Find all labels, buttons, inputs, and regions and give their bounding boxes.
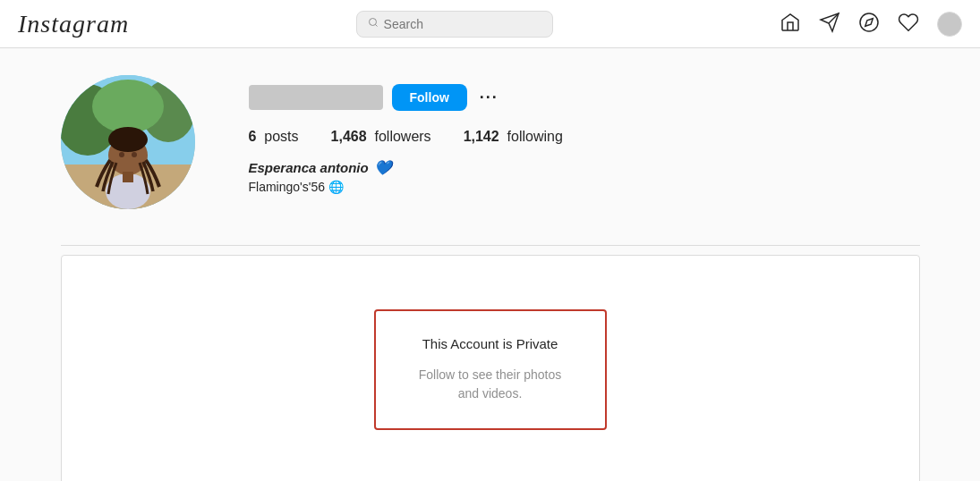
- display-name-text: Esperanca antonio: [249, 160, 369, 175]
- globe-emoji: 🌐: [328, 180, 344, 194]
- bio-text: Flamingo's'56: [249, 180, 326, 194]
- svg-rect-16: [123, 172, 133, 182]
- search-icon: [368, 17, 379, 30]
- search-input-wrapper[interactable]: [356, 11, 553, 38]
- followers-count: 1,468: [331, 129, 367, 144]
- following-stat[interactable]: 1,142 following: [464, 129, 563, 145]
- posts-label: posts: [264, 129, 298, 144]
- posts-stat: 6 posts: [249, 129, 299, 145]
- svg-point-3: [860, 13, 878, 31]
- profile-info: Follow ··· 6 posts 1,468 followers 1,142…: [249, 75, 920, 194]
- profile-wrapper: Follow ··· 6 posts 1,468 followers 1,142…: [43, 48, 938, 481]
- profile-avatar-wrapper: [61, 75, 195, 209]
- profile-avatar-svg: [61, 75, 195, 209]
- search-input[interactable]: [384, 17, 541, 31]
- app-header: Instagram: [0, 0, 980, 48]
- profile-divider: [61, 245, 920, 246]
- svg-marker-5: [865, 18, 873, 25]
- profile-display-name: Esperanca antonio 💙: [249, 159, 920, 176]
- followers-label: followers: [374, 129, 430, 144]
- more-options-button[interactable]: ···: [476, 89, 502, 107]
- home-icon[interactable]: [780, 12, 801, 37]
- header-nav: [780, 12, 962, 37]
- compass-icon[interactable]: [858, 12, 880, 37]
- username-redacted: [249, 85, 383, 110]
- profile-actions: Follow ···: [249, 84, 920, 111]
- svg-line-1: [375, 24, 377, 26]
- following-label: following: [507, 129, 563, 144]
- private-section: This Account is Private Follow to see th…: [61, 255, 920, 481]
- follow-button[interactable]: Follow: [392, 84, 467, 111]
- svg-point-14: [119, 152, 124, 157]
- svg-point-9: [92, 80, 164, 133]
- profile-bio: Flamingo's'56 🌐: [249, 180, 920, 194]
- followers-stat[interactable]: 1,468 followers: [331, 129, 431, 145]
- user-avatar-nav[interactable]: [937, 12, 962, 37]
- profile-header: Follow ··· 6 posts 1,468 followers 1,142…: [61, 75, 920, 209]
- profile-avatar: [61, 75, 195, 209]
- following-count: 1,142: [464, 129, 499, 144]
- private-account-box: This Account is Private Follow to see th…: [374, 309, 607, 430]
- send-icon[interactable]: [819, 12, 840, 37]
- heart-icon[interactable]: [898, 12, 919, 37]
- private-account-subtitle: Follow to see their photos and videos.: [412, 366, 569, 403]
- svg-point-15: [132, 152, 137, 157]
- blue-heart-emoji: 💙: [374, 159, 392, 176]
- svg-point-0: [369, 19, 376, 26]
- instagram-logo[interactable]: Instagram: [18, 10, 129, 38]
- svg-point-13: [108, 127, 148, 152]
- profile-stats: 6 posts 1,468 followers 1,142 following: [249, 129, 920, 145]
- private-account-title: This Account is Private: [412, 336, 569, 351]
- search-container: [356, 11, 553, 38]
- posts-count: 6: [249, 129, 257, 144]
